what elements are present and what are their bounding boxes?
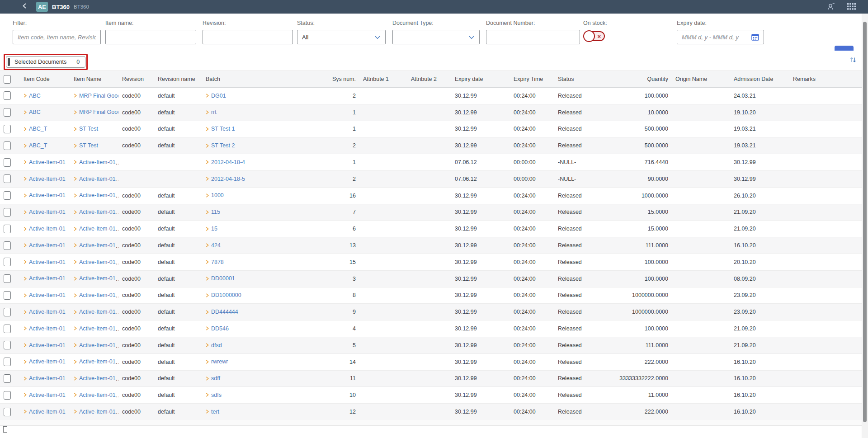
cell-link-item_name[interactable]: Active-Item-01 xyxy=(74,392,116,398)
row-checkbox[interactable] xyxy=(4,108,11,117)
column-header-sys_num[interactable]: Sys num. xyxy=(270,71,359,88)
cell-link-batch[interactable]: DD1000000 xyxy=(206,292,241,298)
row-checkbox[interactable] xyxy=(4,225,11,233)
cell-link-batch[interactable]: 2012-04-18-5 xyxy=(206,176,245,182)
filter-on_stock-toggle[interactable]: × xyxy=(583,30,607,43)
row-checkbox[interactable] xyxy=(4,174,11,183)
cell-link-item_code[interactable]: Active-Item-01 xyxy=(24,375,66,381)
calendar-icon[interactable] xyxy=(751,33,759,41)
cell-link-batch[interactable]: tert xyxy=(206,409,219,415)
cell-link-batch[interactable]: rwrewr xyxy=(206,358,228,365)
row-checkbox[interactable] xyxy=(4,208,11,217)
row-checkbox[interactable] xyxy=(4,408,11,416)
column-header-expiry_date[interactable]: Expiry date xyxy=(451,71,510,88)
cell-link-item_code[interactable]: Active-Item-01 xyxy=(24,176,66,182)
app-launcher-grid-icon[interactable] xyxy=(847,3,856,10)
column-header-remarks[interactable]: Remarks xyxy=(789,71,868,88)
row-checkbox[interactable] xyxy=(4,374,11,383)
cell-link-item_code[interactable]: Active-Item-01 xyxy=(24,409,66,415)
selected-documents-tab[interactable]: Selected Documents 0 xyxy=(6,56,85,68)
cell-link-item_name[interactable]: Active-Item-01 xyxy=(74,342,116,349)
cell-link-item_code[interactable]: Active-Item-01 xyxy=(24,259,66,265)
column-header-batch[interactable]: Batch xyxy=(202,71,270,88)
user-settings-icon[interactable] xyxy=(826,2,835,11)
cell-link-item_name[interactable]: Active-Item-01 xyxy=(74,159,116,165)
row-checkbox[interactable] xyxy=(4,358,11,366)
row-checkbox[interactable] xyxy=(4,241,11,250)
column-header-expiry_time[interactable]: Expiry Time xyxy=(510,71,554,88)
column-header-attr2[interactable]: Attribute 2 xyxy=(407,71,451,88)
cell-link-batch[interactable]: 1000 xyxy=(206,192,224,198)
cell-link-item_code[interactable]: Active-Item-01 xyxy=(24,226,66,232)
cell-link-item_code[interactable]: Active-Item-01 xyxy=(24,292,66,298)
cell-link-item_name[interactable]: Active-Item-01 xyxy=(74,275,116,282)
cell-link-item_code[interactable]: Active-Item-01 xyxy=(24,358,66,365)
column-header-attr1[interactable]: Attribute 1 xyxy=(359,71,407,88)
row-checkbox[interactable] xyxy=(4,341,11,349)
column-header-item_name[interactable]: Item Name xyxy=(70,71,118,88)
cell-link-item_code[interactable]: Active-Item-01 xyxy=(24,159,66,165)
column-header-revision_name[interactable]: Revision name xyxy=(154,71,202,88)
cell-link-item_code[interactable]: ABC_T xyxy=(24,126,47,132)
row-checkbox[interactable] xyxy=(4,191,11,200)
cell-link-item_code[interactable]: ABC_T xyxy=(24,142,47,149)
cell-link-batch[interactable]: 115 xyxy=(206,209,220,215)
row-checkbox[interactable] xyxy=(4,291,11,300)
row-checkbox[interactable] xyxy=(4,258,11,266)
cell-link-item_code[interactable]: Active-Item-01 xyxy=(24,209,66,215)
column-header-quantity[interactable]: Quantity xyxy=(604,71,672,88)
row-checkbox[interactable] xyxy=(4,141,11,150)
filter-revision-input[interactable] xyxy=(203,30,293,44)
cell-link-batch[interactable]: 7878 xyxy=(206,259,224,265)
cell-link-item_name[interactable]: ST Test xyxy=(74,142,98,149)
cell-link-item_code[interactable]: ABC xyxy=(24,109,41,115)
cell-link-batch[interactable]: dfsd xyxy=(206,342,222,349)
column-header-origin[interactable]: Origin Name xyxy=(672,71,730,88)
cell-link-item_code[interactable]: Active-Item-01 xyxy=(24,275,66,282)
vertical-scrollbar[interactable] xyxy=(862,14,868,438)
cell-link-item_code[interactable]: Active-Item-01 xyxy=(24,242,66,249)
cell-link-item_name[interactable]: MRP Final Good xyxy=(74,93,118,99)
scrollbar-thumb[interactable] xyxy=(863,22,867,422)
cell-link-item_code[interactable]: Active-Item-01 xyxy=(24,342,66,349)
cell-link-item_name[interactable]: Active-Item-01 xyxy=(74,259,116,265)
row-checkbox[interactable] xyxy=(4,391,11,400)
cell-link-item_name[interactable]: Active-Item-01 xyxy=(74,192,116,198)
cell-link-item_code[interactable]: Active-Item-01 xyxy=(24,192,66,198)
cell-link-batch[interactable]: DD444444 xyxy=(206,309,238,315)
cell-link-batch[interactable]: sdff xyxy=(206,375,220,381)
cell-link-batch[interactable]: 424 xyxy=(206,242,221,249)
column-header-revision[interactable]: Revision xyxy=(118,71,154,88)
cell-link-item_name[interactable]: Active-Item-01 xyxy=(74,242,116,249)
row-checkbox[interactable] xyxy=(4,325,11,333)
cell-link-item_code[interactable]: Active-Item-01 xyxy=(24,325,66,332)
cell-link-batch[interactable]: 15 xyxy=(206,226,217,232)
filter-status-select[interactable]: All xyxy=(297,30,386,44)
filter-document_number-input[interactable] xyxy=(486,30,580,44)
cell-link-batch[interactable]: DD546 xyxy=(206,325,229,332)
cell-link-item_name[interactable]: Active-Item-01 xyxy=(74,409,116,415)
cell-link-item_name[interactable]: Active-Item-01 xyxy=(74,176,116,182)
row-checkbox[interactable] xyxy=(4,274,11,283)
column-header-item_code[interactable]: Item Code xyxy=(20,71,70,88)
cell-link-batch[interactable]: ST Test 2 xyxy=(206,142,235,149)
row-checkbox[interactable] xyxy=(4,308,11,316)
cell-link-item_code[interactable]: Active-Item-01 xyxy=(24,392,66,398)
filter-item_name-input[interactable] xyxy=(105,30,196,44)
cell-link-batch[interactable]: rrt xyxy=(206,109,217,115)
cell-link-item_name[interactable]: MRP Final Good xyxy=(74,109,118,115)
cell-link-item_code[interactable]: ABC xyxy=(24,93,41,99)
filter-document_type-select[interactable] xyxy=(392,30,480,44)
cell-link-item_name[interactable]: Active-Item-01 xyxy=(74,375,116,381)
cell-link-batch[interactable]: sdfs xyxy=(206,392,222,398)
cell-link-batch[interactable]: DD00001 xyxy=(206,275,235,282)
cell-link-item_name[interactable]: Active-Item-01 xyxy=(74,292,116,298)
back-button[interactable] xyxy=(22,3,28,10)
column-header-admission[interactable]: Admission Date xyxy=(730,71,789,88)
cell-link-item_name[interactable]: Active-Item-01 xyxy=(74,309,116,315)
cell-link-item_name[interactable]: ST Test xyxy=(74,126,98,132)
row-checkbox[interactable] xyxy=(4,125,11,133)
select-all-checkbox[interactable] xyxy=(4,75,11,84)
filter-expiry_date-input[interactable]: MMM d, y - MMM d, y xyxy=(677,30,764,44)
cell-link-item_name[interactable]: Active-Item-01 xyxy=(74,226,116,232)
